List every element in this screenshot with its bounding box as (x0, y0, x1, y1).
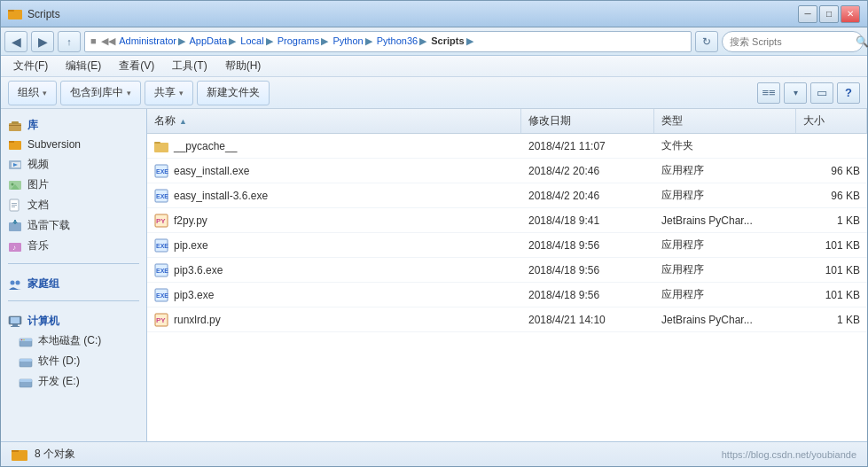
video-icon (8, 158, 22, 172)
refresh-button[interactable]: ↻ (695, 31, 718, 52)
sidebar-item-subversion[interactable]: Subversion (1, 135, 146, 154)
svg-text:EXE: EXE (156, 292, 168, 299)
file-name: EXE pip3.6.exe (147, 263, 521, 277)
menu-edit[interactable]: 编辑(E) (60, 57, 106, 75)
py-file-icon: PY (154, 313, 168, 327)
table-row[interactable]: PY runxlrd.py 2018/4/21 14:10 JetBrains … (147, 307, 867, 332)
search-icon: 🔍 (856, 35, 868, 48)
sidebar-header-library[interactable]: 库 (1, 113, 146, 135)
close-button[interactable]: ✕ (841, 5, 860, 23)
menu-tools[interactable]: 工具(T) (167, 57, 212, 75)
maximize-button[interactable]: □ (819, 5, 839, 23)
file-date: 2018/4/21 11:07 (521, 140, 654, 152)
exe-file-icon: EXE (154, 288, 168, 302)
view-list-button[interactable]: ≡≡ (757, 82, 780, 104)
file-date: 2018/4/21 14:10 (521, 314, 654, 326)
sidebar-header-homegroup[interactable]: 家庭组 (1, 271, 146, 293)
organize-button[interactable]: 组织 ▾ (8, 81, 57, 105)
organize-arrow-icon: ▾ (43, 89, 47, 97)
menu-view[interactable]: 查看(V) (113, 57, 160, 75)
sidebar-item-documents[interactable]: 文档 (1, 195, 146, 215)
sidebar-section-homegroup: 家庭组 (1, 268, 146, 297)
title-controls: ─ □ ✕ (798, 5, 860, 23)
exe-file-icon: EXE (154, 164, 168, 178)
main-content: 库 Subversion 视频 (1, 109, 867, 441)
svg-rect-4 (9, 125, 21, 126)
minimize-button[interactable]: ─ (798, 5, 817, 23)
file-size: 101 KB (796, 239, 867, 252)
share-button[interactable]: 共享 ▾ (145, 81, 193, 105)
back-button[interactable]: ◀ (4, 31, 27, 52)
sidebar-item-video[interactable]: 视频 (1, 154, 146, 175)
svg-rect-15 (12, 205, 17, 206)
svg-rect-26 (12, 324, 18, 326)
images-icon (8, 178, 22, 192)
file-type: 应用程序 (654, 262, 796, 277)
breadcrumb[interactable]: ■ ◀◀ Administrator▶ AppData▶ Local▶ Prog… (84, 31, 692, 52)
sidebar-section-library: 库 Subversion 视频 (1, 109, 146, 260)
table-row[interactable]: EXE pip3.exe 2018/4/18 9:56 应用程序 101 KB (147, 283, 867, 307)
search-box[interactable]: 🔍 (722, 31, 864, 52)
status-count: 8 个对象 (35, 447, 75, 462)
drive-c-icon (19, 334, 33, 348)
col-header-size[interactable]: 大小 (796, 109, 867, 133)
table-row[interactable]: EXE pip.exe 2018/4/18 9:56 应用程序 101 KB (147, 233, 867, 258)
svg-rect-35 (20, 379, 32, 382)
sidebar-item-music[interactable]: ♪ 音乐 (1, 236, 146, 256)
svg-rect-33 (20, 359, 32, 362)
file-type: JetBrains PyChar... (654, 314, 796, 326)
py-file-icon: PY (154, 214, 168, 228)
file-name: PY runxlrd.py (147, 313, 521, 327)
file-type: JetBrains PyChar... (654, 214, 796, 227)
table-row[interactable]: PY f2py.py 2018/4/18 9:41 JetBrains PyCh… (147, 208, 867, 233)
sidebar-item-drive-d[interactable]: 软件 (D:) (1, 351, 146, 371)
sidebar-item-images[interactable]: 图片 (1, 175, 146, 195)
file-list: __pycache__ 2018/4/21 11:07 文件夹 EXE easy… (147, 134, 867, 441)
sidebar-item-drive-c[interactable]: 本地磁盘 (C:) (1, 331, 146, 351)
sidebar-header-computer[interactable]: 计算机 (1, 308, 146, 331)
menu-help[interactable]: 帮助(H) (220, 57, 267, 75)
svg-text:♪: ♪ (12, 244, 16, 252)
exe-file-icon: EXE (154, 238, 168, 253)
svg-rect-3 (12, 121, 19, 124)
file-date: 2018/4/18 9:56 (521, 239, 654, 252)
file-type: 文件夹 (654, 138, 796, 153)
svg-point-30 (21, 339, 23, 340)
up-button[interactable]: ↑ (58, 31, 81, 52)
column-headers: 名称 ▲ 修改日期 类型 大小 (147, 109, 867, 134)
help-button[interactable]: ? (837, 82, 860, 104)
new-folder-button[interactable]: 新建文件夹 (197, 81, 270, 105)
exe-file-icon: EXE (154, 189, 168, 203)
search-input[interactable] (730, 36, 852, 47)
sidebar-item-download[interactable]: 迅雷下载 (1, 215, 146, 236)
svg-text:EXE: EXE (156, 193, 168, 199)
svg-rect-27 (11, 326, 20, 327)
table-row[interactable]: __pycache__ 2018/4/21 11:07 文件夹 (147, 134, 867, 159)
menu-file[interactable]: 文件(F) (8, 57, 53, 75)
file-type: 应用程序 (654, 163, 796, 178)
file-name: EXE pip3.exe (147, 288, 521, 302)
file-type: 应用程序 (654, 188, 796, 203)
svg-rect-36 (154, 143, 168, 152)
music-icon: ♪ (8, 239, 22, 253)
address-bar: ◀ ▶ ↑ ■ ◀◀ Administrator▶ AppData▶ Local… (1, 27, 867, 56)
file-date: 2018/4/2 20:46 (521, 190, 654, 202)
view-panel-button[interactable]: ▭ (810, 82, 833, 104)
sidebar-item-drive-e[interactable]: 开发 (E:) (1, 371, 146, 392)
table-row[interactable]: EXE easy_install.exe 2018/4/2 20:46 应用程序… (147, 159, 867, 183)
sidebar-section-computer: 计算机 本地磁盘 (C:) 软件 (D:) (1, 305, 146, 395)
view-arrow-button[interactable]: ▾ (784, 82, 807, 104)
file-size: 1 KB (796, 314, 867, 326)
col-header-name[interactable]: 名称 ▲ (147, 109, 521, 133)
file-name: EXE pip.exe (147, 238, 521, 253)
toolbar-right: ≡≡ ▾ ▭ ? (757, 82, 860, 104)
forward-button[interactable]: ▶ (31, 31, 54, 52)
file-type: 应用程序 (654, 237, 796, 253)
include-library-button[interactable]: 包含到库中 ▾ (60, 81, 141, 105)
table-row[interactable]: EXE easy_install-3.6.exe 2018/4/2 20:46 … (147, 183, 867, 208)
sort-arrow-icon: ▲ (179, 117, 187, 126)
homegroup-icon (8, 277, 22, 292)
col-header-date[interactable]: 修改日期 (521, 109, 654, 133)
col-header-type[interactable]: 类型 (654, 109, 796, 133)
table-row[interactable]: EXE pip3.6.exe 2018/4/18 9:56 应用程序 101 K… (147, 258, 867, 283)
